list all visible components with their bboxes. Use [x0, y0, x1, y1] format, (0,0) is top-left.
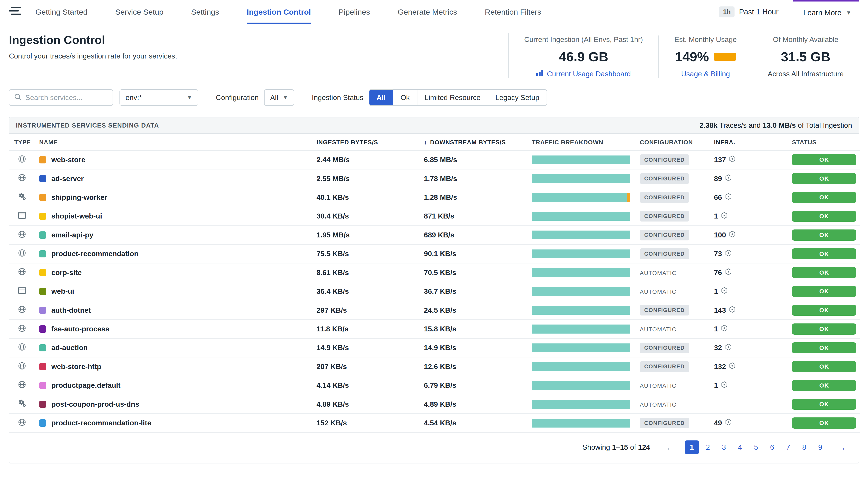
service-row[interactable]: product-recommendation75.5 KB/s90.1 KB/s…	[9, 244, 860, 263]
search-box[interactable]	[9, 89, 113, 106]
service-row[interactable]: ad-auction14.9 KB/s14.9 KB/sCONFIGURED32…	[9, 339, 860, 357]
column-header-traffic-breakdown[interactable]: TRAFFIC BREAKDOWN	[527, 134, 634, 150]
service-row[interactable]: ad-server2.55 MB/s1.78 MB/sCONFIGURED89O…	[9, 169, 860, 188]
name-cell: post-coupon-prod-us-dns	[35, 395, 311, 414]
service-row[interactable]: post-coupon-prod-us-dns4.89 KB/s4.89 KB/…	[9, 395, 860, 414]
ingestion-status-option-limited-resource[interactable]: Limited Resource	[417, 90, 488, 105]
page-button-3[interactable]: 3	[717, 440, 731, 454]
service-row[interactable]: product-recommendation-lite152 KB/s4.54 …	[9, 414, 860, 432]
service-row[interactable]: web-store-http207 KB/s12.6 KB/sCONFIGURE…	[9, 357, 860, 376]
next-page-arrow-icon[interactable]: →	[833, 442, 851, 453]
tab-ingestion-control[interactable]: Ingestion Control	[247, 0, 311, 24]
service-row[interactable]: email-api-py1.95 MB/s689 KB/sCONFIGURED1…	[9, 226, 860, 244]
services-table-body: web-store2.44 MB/s6.85 MB/sCONFIGURED137…	[9, 150, 860, 432]
service-name[interactable]: fse-auto-process	[52, 325, 110, 333]
status-badge: OK	[792, 173, 856, 184]
current-usage-dashboard-link[interactable]: Current Usage Dashboard	[524, 70, 643, 78]
previous-page-arrow-icon[interactable]: ←	[661, 442, 679, 453]
search-input[interactable]	[25, 94, 107, 102]
service-name[interactable]: shopist-web-ui	[52, 212, 102, 220]
infra-cell: 132	[709, 357, 787, 376]
column-header-infra[interactable]: INFRA.	[709, 134, 787, 150]
status-cell: OK	[787, 357, 860, 376]
service-name[interactable]: corp-site	[52, 269, 82, 277]
service-row[interactable]: web-store2.44 MB/s6.85 MB/sCONFIGURED137…	[9, 150, 860, 169]
tab-generate-metrics[interactable]: Generate Metrics	[398, 0, 457, 24]
service-name[interactable]: ad-auction	[52, 344, 88, 352]
service-row[interactable]: shopist-web-ui30.4 KB/s871 KB/sCONFIGURE…	[9, 207, 860, 226]
service-name[interactable]: productpage.default	[52, 381, 121, 389]
page-button-1[interactable]: 1	[685, 440, 699, 454]
downstream-bytes-cell: 689 KB/s	[419, 226, 527, 244]
traffic-segment	[532, 325, 630, 333]
automatic-label: AUTOMATIC	[640, 326, 676, 333]
configuration-filter-value: All	[270, 94, 278, 102]
env-filter-select[interactable]: env:* ▼	[120, 89, 198, 106]
service-row[interactable]: productpage.default4.14 KB/s6.79 KB/sAUT…	[9, 376, 860, 395]
status-cell: OK	[787, 319, 860, 338]
page-button-2[interactable]: 2	[701, 440, 715, 454]
service-row[interactable]: shipping-worker40.1 KB/s1.28 MB/sCONFIGU…	[9, 188, 860, 207]
service-name[interactable]: ad-server	[52, 175, 84, 183]
service-color-swatch	[39, 382, 46, 389]
globe-icon	[18, 249, 26, 257]
service-name[interactable]: web-ui	[52, 287, 74, 296]
tab-pipelines[interactable]: Pipelines	[339, 0, 370, 24]
time-range-badge[interactable]: 1h	[719, 6, 735, 18]
column-header-downstream-bytes-s[interactable]: ↓ DOWNSTREAM BYTES/S	[419, 134, 527, 150]
downstream-bytes-cell: 1.28 MB/s	[419, 188, 527, 207]
infra-cell: 49	[709, 414, 787, 432]
column-header-ingested-bytes-s[interactable]: INGESTED BYTES/S	[311, 134, 419, 150]
name-cell: product-recommendation-lite	[35, 414, 311, 432]
ingestion-status-option-legacy-setup[interactable]: Legacy Setup	[488, 90, 547, 105]
infra-cell: 89	[709, 169, 787, 188]
usage-billing-link[interactable]: Usage & Billing	[674, 70, 737, 78]
traffic-breakdown-bar	[532, 174, 630, 183]
tab-service-setup[interactable]: Service Setup	[115, 0, 163, 24]
service-name[interactable]: shipping-worker	[52, 193, 107, 202]
time-range-label[interactable]: Past 1 Hour	[739, 8, 778, 16]
stat-current-ingestion: Current Ingestion (All Envs, Past 1hr) 4…	[509, 35, 658, 78]
service-name[interactable]: product-recommendation	[52, 250, 138, 258]
service-row[interactable]: auth-dotnet297 KB/s24.5 KB/sCONFIGURED14…	[9, 301, 860, 319]
tab-settings[interactable]: Settings	[191, 0, 219, 24]
ingestion-status-option-all[interactable]: All	[369, 90, 393, 105]
column-header-status[interactable]: STATUS	[787, 134, 860, 150]
ingested-bytes-cell: 2.55 MB/s	[311, 169, 419, 188]
configured-badge: CONFIGURED	[640, 248, 689, 259]
column-header-type[interactable]: TYPE	[9, 134, 35, 150]
service-row[interactable]: web-ui36.4 KB/s36.7 KB/sAUTOMATIC1OK	[9, 282, 860, 301]
traffic-segment	[532, 193, 627, 202]
ingestion-status-option-ok[interactable]: Ok	[393, 90, 417, 105]
menu-button[interactable]	[9, 6, 21, 18]
page-button-9[interactable]: 9	[813, 440, 827, 454]
type-cell	[9, 339, 35, 357]
service-name[interactable]: post-coupon-prod-us-dns	[52, 400, 139, 408]
service-row[interactable]: fse-auto-process11.8 KB/s15.8 KB/sAUTOMA…	[9, 319, 860, 338]
status-badge: OK	[792, 342, 856, 353]
service-name[interactable]: product-recommendation-lite	[52, 419, 151, 427]
tab-retention-filters[interactable]: Retention Filters	[485, 0, 541, 24]
tab-getting-started[interactable]: Getting Started	[35, 0, 88, 24]
page-button-5[interactable]: 5	[749, 440, 763, 454]
column-header-configuration[interactable]: CONFIGURATION	[635, 134, 709, 150]
header-left: Ingestion Control Control your traces/s …	[9, 33, 177, 78]
service-row[interactable]: corp-site8.61 KB/s70.5 KB/sAUTOMATIC76OK	[9, 263, 860, 282]
service-name[interactable]: web-store-http	[52, 363, 101, 371]
status-cell: OK	[787, 150, 860, 169]
page-button-8[interactable]: 8	[797, 440, 811, 454]
ingested-bytes-cell: 11.8 KB/s	[311, 319, 419, 338]
learn-more-button[interactable]: Learn More ▼	[793, 0, 859, 24]
automatic-label: AUTOMATIC	[640, 402, 676, 408]
status-badge: OK	[792, 154, 856, 165]
traffic-cell	[527, 244, 634, 263]
page-button-4[interactable]: 4	[733, 440, 747, 454]
page-button-6[interactable]: 6	[765, 440, 779, 454]
page-button-7[interactable]: 7	[781, 440, 795, 454]
name-cell: shipping-worker	[35, 188, 311, 207]
service-name[interactable]: email-api-py	[52, 231, 93, 239]
column-header-name[interactable]: NAME	[35, 134, 311, 150]
configuration-filter-select[interactable]: All ▼	[264, 89, 294, 106]
service-name[interactable]: web-store	[52, 156, 86, 164]
service-name[interactable]: auth-dotnet	[52, 306, 91, 314]
